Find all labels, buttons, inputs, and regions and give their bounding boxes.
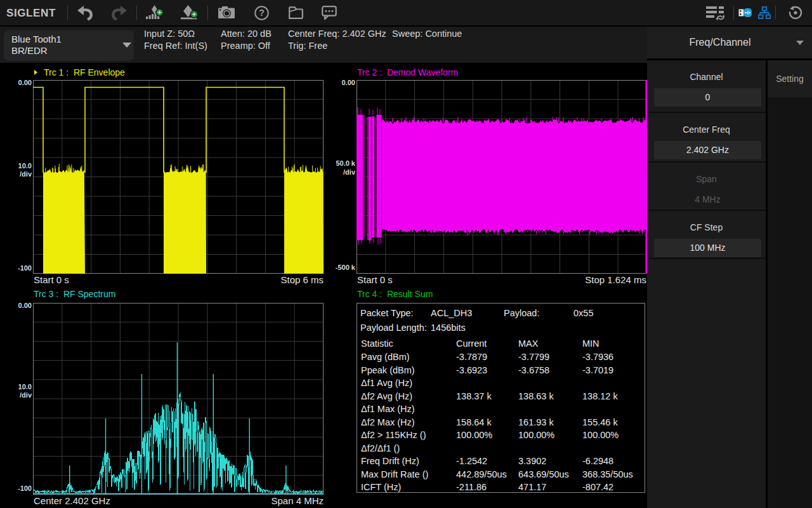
svg-text:?: ? [259, 8, 265, 18]
